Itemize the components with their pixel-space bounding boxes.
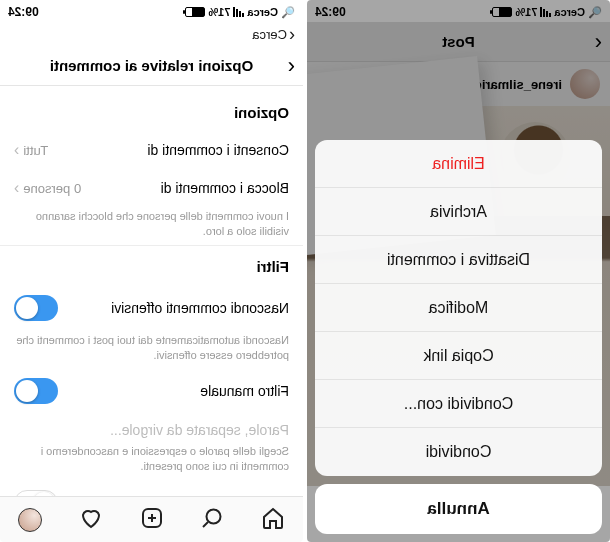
action-share[interactable]: Condividi: [315, 428, 602, 476]
tab-profile[interactable]: [18, 508, 42, 532]
hide-offensive-label: Nascondi commenti offensivi: [111, 300, 289, 316]
block-comments-desc: I nuovi commenti delle persone che blocc…: [14, 209, 289, 239]
battery-percent: 71%: [208, 6, 230, 18]
back-icon[interactable]: ‹: [288, 53, 295, 79]
battery-icon: [185, 7, 205, 17]
chevron-left-icon: ‹: [289, 25, 295, 43]
tab-search[interactable]: [200, 506, 224, 534]
signal-icon: [233, 7, 244, 17]
tab-new-post[interactable]: [140, 506, 164, 534]
action-sheet: Elimina Archivia Disattiva i commenti Mo…: [307, 132, 610, 542]
search-icon: 🔍: [281, 6, 295, 19]
breadcrumb-back[interactable]: ‹ Cerca: [0, 22, 303, 46]
avatar-icon: [18, 508, 42, 532]
block-comments-label: Blocca i commenti di: [161, 180, 289, 196]
post-screen: 🔍 Cerca 71% 09:24 ‹ Post irene_silmarien…: [307, 0, 610, 542]
chevron-right-icon: ›: [14, 141, 19, 159]
row-hide-offensive: Nascondi commenti offensivi: [14, 285, 289, 331]
manual-filter-label: Filtro manuale: [200, 383, 289, 399]
comment-settings-screen: 🔍 Cerca 71% 09:24 ‹ Cerca ‹ Opzioni rela…: [0, 0, 303, 542]
block-comments-value: 0 persone: [23, 181, 81, 196]
manual-filter-desc: Scegli delle parole o espressioni e nasc…: [14, 444, 289, 474]
section-options: Opzioni: [14, 104, 289, 121]
action-share-with[interactable]: Condividi con...: [315, 380, 602, 428]
action-delete[interactable]: Elimina: [315, 140, 602, 188]
tab-home[interactable]: [261, 506, 285, 534]
tab-activity[interactable]: [79, 506, 103, 534]
breadcrumb-label: Cerca: [252, 27, 287, 42]
action-archive[interactable]: Archivia: [315, 188, 602, 236]
action-edit[interactable]: Modifica: [315, 284, 602, 332]
svg-point-0: [207, 509, 221, 523]
manual-filter-input[interactable]: Parole, separate da virgole...: [14, 414, 289, 442]
cancel-button[interactable]: Annulla: [315, 484, 602, 534]
allow-comments-value: Tutti: [23, 143, 48, 158]
hide-offensive-toggle[interactable]: [14, 295, 58, 321]
nav-header: ‹ Opzioni relative ai commenti: [0, 46, 303, 86]
clock: 09:24: [8, 5, 39, 19]
hide-offensive-desc: Nascondi automaticamente dai tuoi post i…: [14, 333, 289, 363]
row-block-comments[interactable]: Blocca i commenti di 0 persone ›: [14, 169, 289, 207]
svg-line-1: [203, 522, 208, 527]
action-disable-comments[interactable]: Disattiva i commenti: [315, 236, 602, 284]
search-label: Cerca: [247, 6, 278, 18]
manual-filter-toggle[interactable]: [14, 378, 58, 404]
allow-comments-label: Consenti i commenti di: [147, 142, 289, 158]
action-copy-link[interactable]: Copia link: [315, 332, 602, 380]
chevron-right-icon: ›: [14, 179, 19, 197]
row-manual-filter: Filtro manuale: [14, 368, 289, 414]
section-filters: Filtri: [14, 258, 289, 275]
row-allow-comments[interactable]: Consenti i commenti di Tutti ›: [14, 131, 289, 169]
page-title: Opzioni relative ai commenti: [50, 57, 253, 74]
status-bar: 🔍 Cerca 71% 09:24: [0, 0, 303, 22]
tab-bar: [0, 496, 303, 542]
